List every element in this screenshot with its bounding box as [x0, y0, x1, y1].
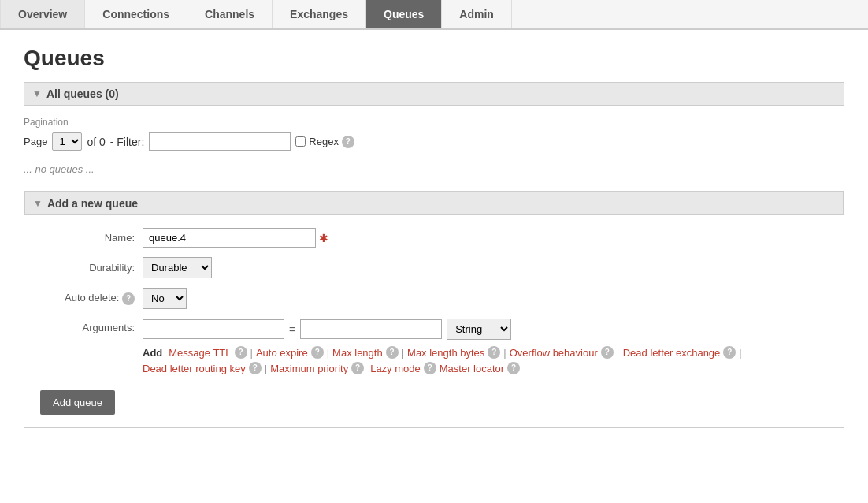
- nav-channels[interactable]: Channels: [187, 0, 273, 28]
- durability-select[interactable]: Durable Transient: [143, 257, 212, 278]
- link-overflow-behaviour[interactable]: Overflow behaviour: [510, 347, 598, 359]
- link-master-locator[interactable]: Master locator: [440, 363, 504, 374]
- arguments-row: Arguments: = String Number Boolean: [40, 319, 828, 340]
- pagination-area: Pagination Page 1 of 0 - Filter: Regex ?: [24, 117, 844, 151]
- required-star: ✱: [319, 232, 328, 244]
- sep1: |: [250, 347, 253, 359]
- auto-delete-row: Auto delete: ? No Yes: [40, 288, 828, 309]
- add-links-area: Add Message TTL ? | Auto expire ? | Max …: [143, 346, 828, 374]
- page-content: Queues ▼ All queues (0) Pagination Page …: [0, 30, 868, 444]
- link-max-length-bytes[interactable]: Max length bytes: [407, 347, 484, 359]
- name-label: Name:: [40, 232, 143, 244]
- arg-type-select[interactable]: String Number Boolean: [447, 319, 511, 340]
- max-length-help-icon[interactable]: ?: [386, 346, 399, 359]
- durability-row: Durability: Durable Transient: [40, 257, 828, 278]
- link-dead-letter-routing-key[interactable]: Dead letter routing key: [143, 363, 246, 374]
- nav-exchanges[interactable]: Exchanges: [273, 0, 366, 28]
- all-queues-section-header[interactable]: ▼ All queues (0): [24, 82, 844, 106]
- sep5: |: [739, 347, 741, 359]
- no-queues-text: ... no queues ...: [24, 163, 844, 175]
- regex-help-icon[interactable]: ?: [342, 136, 354, 148]
- add-word: Add: [143, 347, 162, 359]
- add-queue-form: Name: ✱ Durability: Durable Transient Au…: [24, 215, 844, 427]
- link-max-length[interactable]: Max length: [332, 347, 383, 359]
- all-queues-label: All queues (0): [46, 88, 119, 100]
- filter-label: - Filter:: [110, 136, 145, 148]
- lazy-mode-help-icon[interactable]: ?: [424, 362, 436, 374]
- auto-delete-select[interactable]: No Yes: [143, 288, 187, 309]
- overflow-behaviour-help-icon[interactable]: ?: [601, 346, 614, 359]
- collapse-arrow-icon: ▼: [32, 88, 42, 99]
- page-label: Page: [24, 136, 47, 147]
- link-auto-expire[interactable]: Auto expire: [256, 347, 308, 359]
- nav-queues[interactable]: Queues: [366, 0, 442, 28]
- name-row: Name: ✱: [40, 228, 828, 248]
- auto-delete-label: Auto delete: ?: [40, 292, 143, 305]
- link-message-ttl[interactable]: Message TTL: [169, 347, 231, 359]
- of-label: of 0: [87, 136, 105, 148]
- arg-key-input[interactable]: [143, 319, 284, 339]
- nav-overview[interactable]: Overview: [0, 0, 85, 28]
- page-title: Queues: [24, 46, 844, 71]
- message-ttl-help-icon[interactable]: ?: [235, 346, 247, 359]
- sep4: |: [503, 347, 506, 359]
- add-queue-button[interactable]: Add queue: [40, 390, 115, 415]
- add-queue-arrow-icon: ▼: [33, 198, 43, 209]
- add-queue-section-header[interactable]: ▼ Add a new queue: [24, 192, 844, 215]
- filter-input[interactable]: [149, 132, 291, 151]
- main-nav: Overview Connections Channels Exchanges …: [0, 0, 868, 30]
- auto-delete-help-icon[interactable]: ?: [122, 292, 135, 305]
- link-lazy-mode[interactable]: Lazy mode: [370, 363, 421, 374]
- arguments-label: Arguments:: [40, 319, 143, 333]
- add-queue-section: ▼ Add a new queue Name: ✱ Durability: Du…: [24, 191, 844, 428]
- auto-expire-help-icon[interactable]: ?: [311, 346, 324, 359]
- arg-value-input[interactable]: [300, 319, 442, 339]
- regex-text: Regex: [309, 136, 339, 147]
- sep6: |: [265, 363, 267, 374]
- regex-checkbox[interactable]: [295, 136, 306, 147]
- arguments-inputs: = String Number Boolean: [143, 319, 511, 340]
- regex-label-area: Regex ?: [295, 136, 354, 148]
- add-queue-label: Add a new queue: [47, 197, 138, 210]
- dead-letter-routing-key-help-icon[interactable]: ?: [249, 362, 262, 374]
- page-select[interactable]: 1: [52, 132, 82, 151]
- nav-connections[interactable]: Connections: [85, 0, 187, 28]
- link-maximum-priority[interactable]: Maximum priority: [270, 363, 348, 374]
- nav-admin[interactable]: Admin: [442, 0, 512, 28]
- link-dead-letter-exchange[interactable]: Dead letter exchange: [623, 347, 721, 359]
- maximum-priority-help-icon[interactable]: ?: [351, 362, 364, 374]
- sep3: |: [402, 347, 404, 359]
- durability-label: Durability:: [40, 262, 143, 274]
- dead-letter-exchange-help-icon[interactable]: ?: [723, 346, 736, 359]
- equals-sign: =: [289, 323, 295, 336]
- master-locator-help-icon[interactable]: ?: [507, 362, 520, 374]
- pagination-label: Pagination: [24, 117, 844, 128]
- pagination-row: Page 1 of 0 - Filter: Regex ?: [24, 132, 844, 151]
- max-length-bytes-help-icon[interactable]: ?: [488, 346, 500, 359]
- name-input[interactable]: [143, 228, 316, 248]
- sep2: |: [327, 347, 329, 359]
